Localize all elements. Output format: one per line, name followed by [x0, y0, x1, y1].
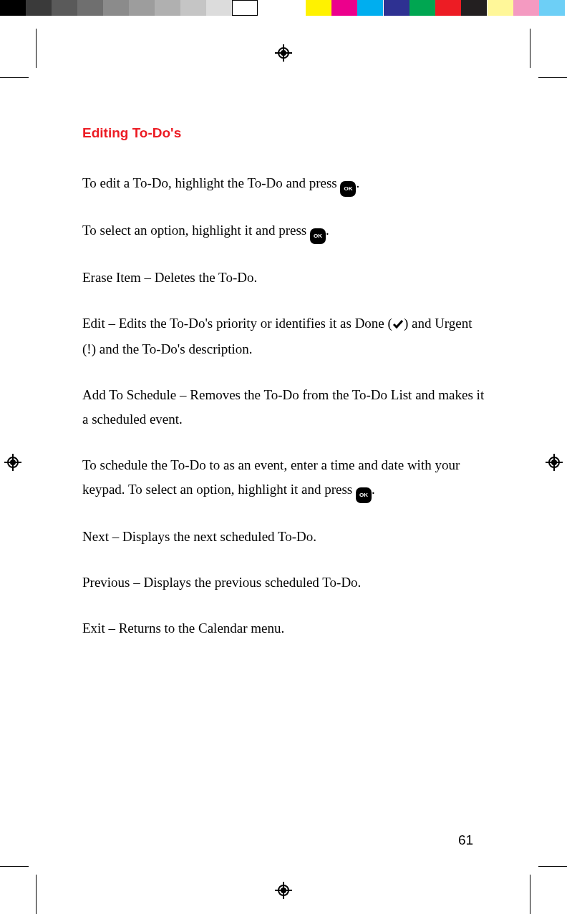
color-swatch: [52, 0, 77, 16]
crop-mark: [538, 866, 567, 867]
paragraph: Edit – Edits the To-Do's priority or ide…: [82, 311, 487, 361]
color-swatch: [435, 0, 461, 16]
color-swatch: [539, 0, 565, 16]
registration-mark-icon: [546, 454, 563, 471]
ok-button-icon: OK: [310, 228, 326, 244]
color-swatch: [384, 0, 410, 16]
color-swatch: [206, 0, 232, 16]
paragraph: To select an option, highlight it and pr…: [82, 218, 487, 244]
color-swatch: [331, 0, 357, 16]
paragraph: To edit a To-Do, highlight the To-Do and…: [82, 171, 487, 197]
color-swatch: [488, 0, 513, 16]
paragraph: Erase Item – Deletes the To-Do.: [82, 266, 487, 290]
color-swatch: [306, 0, 331, 16]
text: .: [372, 482, 375, 497]
crop-mark: [0, 866, 29, 867]
color-swatch: [26, 0, 52, 16]
text: .: [356, 175, 359, 190]
color-swatch: [0, 0, 26, 16]
check-icon: [392, 313, 404, 337]
text: .: [326, 223, 329, 238]
color-swatch: [155, 0, 180, 16]
ok-button-icon: OK: [356, 487, 372, 503]
paragraph: To schedule the To-Do to as an event, en…: [82, 453, 487, 503]
text: To schedule the To-Do to as an event, en…: [82, 457, 460, 497]
text: To edit a To-Do, highlight the To-Do and…: [82, 175, 340, 190]
color-swatch: [410, 0, 435, 16]
crop-mark: [530, 875, 530, 914]
registration-mark-icon: [4, 454, 21, 471]
color-swatch: [103, 0, 129, 16]
color-swatch: [180, 0, 206, 16]
crop-mark: [530, 29, 530, 68]
section-heading: Editing To-Do's: [82, 125, 487, 141]
color-swatch: [232, 0, 258, 16]
page-number: 61: [458, 832, 473, 848]
text: To select an option, highlight it and pr…: [82, 223, 310, 238]
paragraph: Next – Displays the next scheduled To-Do…: [82, 525, 487, 549]
paragraph: Add To Schedule – Removes the To-Do from…: [82, 383, 487, 432]
paragraph: Previous – Displays the previous schedul…: [82, 570, 487, 595]
page: Editing To-Do's To edit a To-Do, highlig…: [0, 0, 567, 924]
content: Editing To-Do's To edit a To-Do, highlig…: [82, 125, 487, 662]
color-swatch: [357, 0, 383, 16]
registration-mark-icon: [275, 44, 292, 62]
crop-mark: [36, 29, 37, 68]
registration-mark-icon: [275, 882, 292, 899]
color-bar: [0, 0, 567, 16]
color-swatch: [77, 0, 103, 16]
color-swatch: [129, 0, 155, 16]
ok-button-icon: OK: [340, 181, 356, 197]
crop-mark: [538, 77, 567, 78]
crop-mark: [0, 77, 29, 78]
paragraph: Exit – Returns to the Calendar menu.: [82, 616, 487, 641]
text: Edit – Edits the To-Do's priority or ide…: [82, 316, 392, 331]
color-swatch: [461, 0, 487, 16]
crop-mark: [36, 875, 37, 914]
color-swatch: [513, 0, 539, 16]
